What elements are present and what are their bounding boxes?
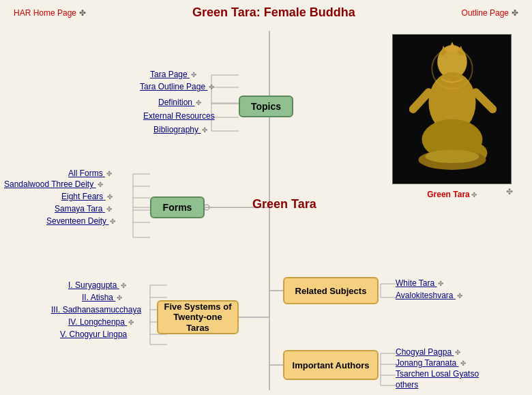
longchenpa-icon: ✤ — [128, 319, 134, 326]
five-systems-node: Five Systems of Twenty-one Taras — [157, 300, 239, 334]
buddha-image — [392, 34, 512, 184]
bibliography-link[interactable]: Bibliography ✤ — [153, 125, 207, 134]
jonang-label: Jonang Taranata — [396, 358, 456, 368]
outline-page-link[interactable]: Outline Page ✤ — [462, 8, 518, 18]
atisha-link[interactable]: II. Atisha ✤ — [82, 293, 122, 302]
outline-page-label: Outline Page — [462, 8, 509, 18]
important-authors-node: Important Authors — [283, 350, 379, 380]
svg-point-10 — [204, 205, 209, 210]
sadhanasamucchaya-link[interactable]: III. Sadhanasamucchaya — [51, 305, 141, 314]
jonang-icon: ✤ — [460, 360, 466, 367]
important-authors-label: Important Authors — [293, 360, 370, 370]
svg-point-49 — [425, 149, 479, 163]
related-subjects-label: Related Subjects — [295, 286, 367, 296]
all-forms-link[interactable]: All Forms ✤ — [68, 169, 112, 178]
suryagupta-link[interactable]: I. Suryagupta ✤ — [68, 280, 126, 290]
tara-outline-link[interactable]: Tara Outline Page ✤ — [140, 82, 214, 91]
page-container: HAR Home Page ✤ Green Tara: Female Buddh… — [0, 0, 532, 395]
home-page-link[interactable]: HAR Home Page ✤ — [14, 8, 86, 18]
chogyal-label: Chogyal Pagpa — [396, 347, 452, 357]
related-subjects-node: Related Subjects — [283, 277, 379, 304]
seventeen-deity-icon: ✤ — [110, 218, 115, 225]
tsarchen-link[interactable]: Tsarchen Losal Gyatso — [396, 369, 479, 379]
samaya-tara-icon: ✤ — [106, 205, 112, 213]
external-resources-label: External Resources — [143, 111, 215, 121]
eight-fears-icon: ✤ — [107, 193, 113, 201]
atisha-label: II. Atisha — [82, 293, 113, 302]
white-tara-label: White Tara — [396, 278, 434, 288]
chogyur-link[interactable]: V. Chogyur Lingpa — [60, 330, 127, 339]
tsarchen-label: Tsarchen Losal Gyatso — [396, 369, 479, 379]
white-tara-icon: ✤ — [438, 280, 443, 287]
sadhanasamucchaya-label: III. Sadhanasamucchaya — [51, 305, 141, 314]
tara-page-label: Tara Page — [150, 70, 188, 79]
all-forms-label: All Forms — [68, 169, 103, 178]
bibliography-icon: ✤ — [202, 126, 207, 134]
chogyur-label: V. Chogyur Lingpa — [60, 330, 127, 339]
svg-point-42 — [441, 51, 463, 76]
samaya-tara-label: Samaya Tara — [55, 204, 102, 214]
avalokiteshvara-label: Avalokiteshvara — [396, 291, 454, 300]
definition-link[interactable]: Definition ✤ — [158, 98, 201, 107]
others-label: others — [396, 380, 418, 390]
tara-page-icon: ✤ — [191, 71, 196, 78]
topics-node: Topics — [239, 96, 293, 117]
green-tara-node: Green Tara — [252, 197, 316, 211]
suryagupta-label: I. Suryagupta — [68, 280, 117, 290]
five-systems-label: Five Systems of Twenty-one Taras — [164, 302, 232, 334]
chogyal-link[interactable]: Chogyal Pagpa ✤ — [396, 347, 460, 357]
tara-page-link[interactable]: Tara Page ✤ — [150, 70, 196, 79]
image-gear-icon: ✤ — [506, 187, 513, 196]
topics-label: Topics — [251, 101, 281, 112]
seventeen-deity-link[interactable]: Seventeen Deity ✤ — [46, 216, 115, 226]
external-resources-link[interactable]: External Resources — [143, 111, 215, 121]
eight-fears-link[interactable]: Eight Fears ✤ — [61, 192, 113, 201]
others-link[interactable]: others — [396, 380, 418, 390]
atisha-icon: ✤ — [117, 294, 122, 302]
suryagupta-icon: ✤ — [121, 282, 126, 289]
avalokiteshvara-icon: ✤ — [457, 292, 462, 299]
longchenpa-label: IV. Longchenpa — [68, 317, 125, 327]
buddha-caption-text: Green Tara — [427, 190, 469, 199]
white-tara-link[interactable]: White Tara ✤ — [396, 278, 443, 288]
buddha-caption: Green Tara ✤ — [392, 190, 512, 199]
home-gear-icon: ✤ — [79, 8, 86, 18]
chogyal-icon: ✤ — [455, 349, 460, 356]
definition-label: Definition — [158, 98, 192, 107]
tara-outline-label: Tara Outline Page — [140, 82, 205, 91]
header: HAR Home Page ✤ Green Tara: Female Buddh… — [0, 0, 532, 23]
outline-gear-icon: ✤ — [512, 8, 518, 18]
eight-fears-label: Eight Fears — [61, 192, 103, 201]
green-tara-label: Green Tara — [252, 197, 316, 211]
sandalwood-label: Sandalwood Three Deity — [4, 179, 93, 189]
longchenpa-link[interactable]: IV. Longchenpa ✤ — [68, 317, 134, 327]
all-forms-icon: ✤ — [106, 170, 112, 177]
sandalwood-icon: ✤ — [98, 181, 103, 188]
forms-node: Forms — [150, 196, 205, 218]
avalokiteshvara-link[interactable]: Avalokiteshvara ✤ — [396, 291, 462, 300]
jonang-link[interactable]: Jonang Taranata ✤ — [396, 358, 466, 368]
page-title: Green Tara: Female Buddha — [192, 5, 355, 20]
forms-label: Forms — [163, 202, 192, 213]
buddha-caption-icon: ✤ — [471, 191, 477, 199]
sandalwood-link[interactable]: Sandalwood Three Deity ✤ — [4, 179, 103, 189]
samaya-tara-link[interactable]: Samaya Tara ✤ — [55, 204, 112, 214]
seventeen-deity-label: Seventeen Deity — [46, 216, 106, 226]
tara-outline-icon: ✤ — [209, 83, 214, 91]
bibliography-label: Bibliography — [153, 125, 198, 134]
home-page-label: HAR Home Page — [14, 8, 76, 18]
definition-icon: ✤ — [196, 99, 201, 106]
